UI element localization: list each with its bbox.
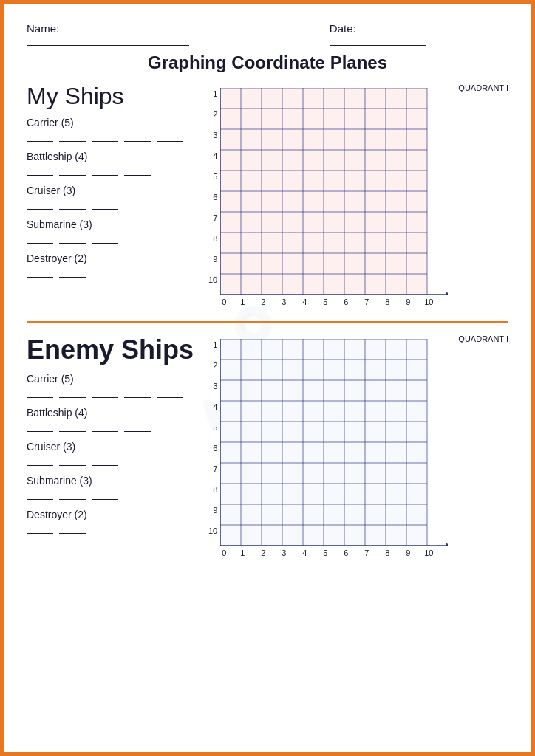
y-label-4: 4 [213, 396, 217, 417]
x-label-9: 9 [398, 549, 418, 557]
y-label-4: 4 [213, 145, 217, 166]
coord-blank[interactable] [59, 422, 86, 432]
page-title: Graphing Coordinate Planes [27, 52, 508, 73]
enemy-ships-grid-svg [220, 339, 448, 546]
x-label-4: 4 [294, 549, 315, 557]
enemy-ship-item-carrier: Carrier (5) [27, 373, 197, 398]
coord-blank[interactable] [27, 523, 53, 534]
y-label-1: 1 [213, 334, 217, 355]
coord-blank[interactable] [157, 131, 183, 142]
ship-item-battleship: Battleship (4) [27, 151, 197, 176]
name-label: Name: [27, 22, 189, 35]
coord-blank[interactable] [92, 131, 118, 142]
ship-coords-carrier [27, 131, 197, 142]
coord-blank[interactable] [59, 489, 86, 500]
y-label-7: 7 [213, 207, 217, 228]
x-label-7: 7 [356, 298, 377, 306]
coord-blank[interactable] [92, 388, 118, 398]
enemy-ships-title: Enemy Ships [27, 334, 197, 365]
enemy-ship-name-destroyer: Destroyer (2) [27, 509, 197, 520]
ship-name-cruiser: Cruiser (3) [27, 185, 197, 196]
ship-name-battleship: Battleship (4) [27, 151, 197, 162]
date-blank[interactable] [330, 45, 426, 46]
ship-item-cruiser: Cruiser (3) [27, 185, 197, 210]
enemy-ship-coords-destroyer [27, 523, 197, 534]
coord-blank[interactable] [124, 131, 151, 142]
coord-blank[interactable] [92, 489, 118, 500]
coord-blank[interactable] [27, 267, 53, 278]
enemy-ships-y-axis: 10 9 8 7 6 5 4 3 2 1 [208, 334, 217, 557]
x-label-9: 9 [398, 298, 418, 306]
ship-name-submarine: Submarine (3) [27, 219, 197, 230]
enemy-ships-graph-area: 10 9 8 7 6 5 4 3 2 1 [208, 334, 508, 557]
enemy-ships-quadrant-label: QUADRANT I [458, 334, 508, 343]
coord-blank[interactable] [59, 131, 86, 142]
my-ships-grid-wrap: QUADRANT I 10 9 8 7 6 5 4 3 2 1 [208, 83, 508, 306]
coord-blank[interactable] [92, 233, 118, 244]
coord-blank[interactable] [92, 199, 118, 210]
coord-blank[interactable] [124, 388, 151, 398]
my-ships-y-axis: 10 9 8 7 6 5 4 3 2 1 [208, 83, 217, 306]
x-label-0: 0 [222, 298, 232, 306]
enemy-ship-coords-submarine [27, 489, 197, 500]
coord-blank[interactable] [92, 422, 118, 432]
enemy-ships-x-axis: 0 1 2 3 4 5 6 7 8 9 10 [220, 549, 448, 557]
coord-blank[interactable] [59, 456, 86, 466]
x-label-5: 5 [315, 549, 335, 557]
y-label-10: 10 [208, 269, 217, 290]
coord-blank[interactable] [27, 233, 53, 244]
svg-marker-51 [446, 543, 448, 546]
y-label-9: 9 [213, 500, 217, 520]
coord-blank[interactable] [59, 523, 86, 534]
x-label-7: 7 [356, 549, 377, 557]
y-label-10: 10 [208, 520, 217, 541]
name-blank[interactable] [27, 45, 189, 46]
x-label-10: 10 [418, 549, 439, 557]
coord-blank[interactable] [27, 199, 53, 210]
coord-blank[interactable] [27, 131, 53, 142]
my-ships-title: My Ships [27, 83, 197, 109]
coord-blank[interactable] [59, 165, 86, 176]
coord-blank[interactable] [27, 456, 53, 466]
my-ships-quadrant-label: QUADRANT I [458, 83, 508, 92]
coord-blank[interactable] [59, 388, 86, 398]
coord-blank[interactable] [27, 165, 53, 176]
enemy-ship-item-submarine: Submarine (3) [27, 475, 197, 500]
my-ships-list: My Ships Carrier (5) Battleship (4) [27, 83, 197, 306]
coord-blank[interactable] [27, 422, 53, 432]
y-label-3: 3 [213, 125, 217, 145]
x-label-6: 6 [335, 549, 356, 557]
x-label-5: 5 [315, 298, 335, 306]
ship-name-destroyer: Destroyer (2) [27, 252, 197, 264]
enemy-ships-grid-wrap: QUADRANT I 10 9 8 7 6 5 4 3 2 1 [208, 334, 508, 557]
coord-blank[interactable] [27, 388, 53, 398]
ship-coords-submarine [27, 233, 197, 244]
coord-blank[interactable] [59, 199, 86, 210]
coord-blank[interactable] [59, 267, 86, 278]
name-field: Name: [27, 22, 330, 48]
my-ships-grid-svg [220, 88, 448, 295]
y-label-2: 2 [213, 355, 217, 376]
page: ⚓ Name: Date: Graphing Coordinate Planes… [0, 0, 535, 756]
y-label-6: 6 [213, 187, 217, 207]
ship-name-carrier: Carrier (5) [27, 117, 197, 128]
coord-blank[interactable] [59, 233, 86, 244]
y-label-8: 8 [213, 228, 217, 249]
coord-blank[interactable] [157, 388, 183, 398]
x-label-2: 2 [253, 298, 273, 306]
coord-blank[interactable] [124, 165, 151, 176]
y-label-3: 3 [213, 376, 217, 396]
coord-blank[interactable] [27, 489, 53, 500]
coord-blank[interactable] [92, 456, 118, 466]
section-divider [27, 321, 508, 323]
x-label-8: 8 [377, 298, 398, 306]
y-label-9: 9 [213, 249, 217, 269]
y-label-5: 5 [213, 417, 217, 438]
coord-blank[interactable] [92, 165, 118, 176]
x-label-2: 2 [253, 549, 273, 557]
y-label-2: 2 [213, 104, 217, 125]
y-label-8: 8 [213, 479, 217, 500]
enemy-ships-list: Enemy Ships Carrier (5) Battleship (4) [27, 334, 197, 557]
enemy-ship-item-destroyer: Destroyer (2) [27, 509, 197, 534]
coord-blank[interactable] [124, 422, 151, 432]
